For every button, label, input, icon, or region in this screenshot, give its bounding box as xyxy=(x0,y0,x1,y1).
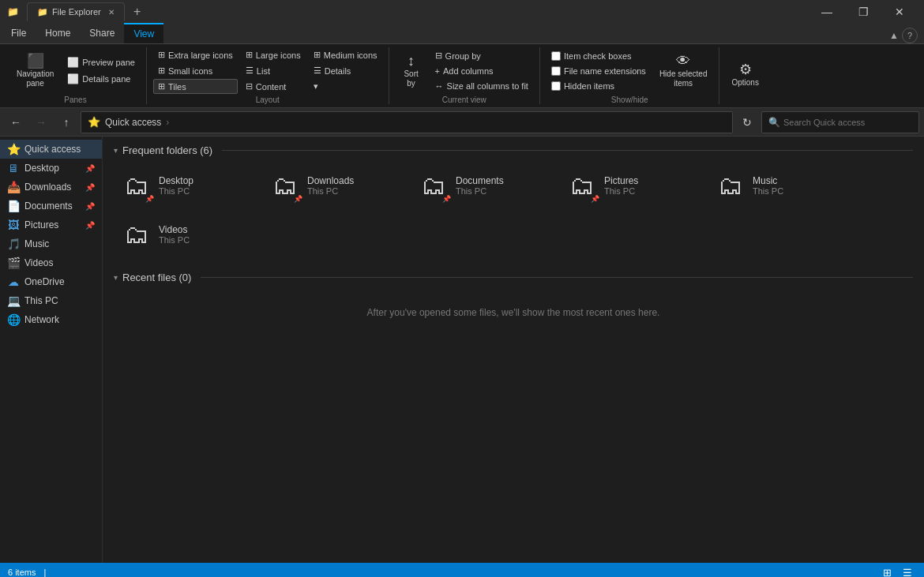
size-all-label: Size all columns to fit xyxy=(447,81,528,91)
refresh-button[interactable]: ↻ xyxy=(736,111,758,133)
list-icon: ☰ xyxy=(246,66,254,76)
small-icons-button[interactable]: ⊞ Small icons xyxy=(153,63,238,78)
folder-item-pictures[interactable]: 🗂 📌 Pictures This PC xyxy=(559,164,701,207)
title-bar: 📁 📁 File Explorer ✕ + — ❐ ✕ xyxy=(0,0,924,24)
sidebar-item-onedrive[interactable]: ☁ OneDrive xyxy=(0,272,102,291)
tab-file[interactable]: File xyxy=(2,23,36,43)
folder-item-documents[interactable]: 🗂 📌 Documents This PC xyxy=(411,164,553,207)
back-button[interactable]: ← xyxy=(5,111,27,133)
music-folder-sub: This PC xyxy=(753,186,783,196)
extra-large-icons-button[interactable]: ⊞ Extra large icons xyxy=(153,47,238,62)
tab-view[interactable]: View xyxy=(124,23,163,43)
search-input[interactable] xyxy=(783,118,912,127)
forward-button[interactable]: → xyxy=(30,111,52,133)
hidden-items-item[interactable]: Hidden items xyxy=(547,79,651,93)
hide-selected-icon: 👁 xyxy=(676,54,690,68)
add-columns-icon: + xyxy=(435,66,440,76)
group-by-button[interactable]: ⊟ Group by xyxy=(430,48,533,63)
preview-pane-button[interactable]: ⬜ Preview pane xyxy=(62,54,140,70)
medium-icons-button[interactable]: ⊞ Medium icons xyxy=(309,47,382,62)
tab-close-icon[interactable]: ✕ xyxy=(108,8,115,17)
tiles-button[interactable]: ⊞ Tiles xyxy=(153,79,238,94)
sidebar-item-downloads[interactable]: 📥 Downloads 📌 xyxy=(0,178,102,197)
frequent-toggle-icon[interactable]: ▾ xyxy=(114,146,118,155)
search-box[interactable]: 🔍 xyxy=(761,111,919,133)
sidebar-item-music[interactable]: 🎵 Music xyxy=(0,234,102,253)
hide-selected-button[interactable]: 👁 Hide selecteditems xyxy=(654,51,713,92)
tab-home[interactable]: Home xyxy=(36,23,80,43)
content-area: ▾ Frequent folders (6) 🗂 📌 Desktop This … xyxy=(103,137,924,563)
options-button[interactable]: ⚙ Options xyxy=(726,54,764,96)
details-button[interactable]: ☰ Details xyxy=(309,63,382,78)
item-check-boxes-checkbox[interactable] xyxy=(551,51,561,61)
navigation-pane-button[interactable]: ⬛ Navigationpane xyxy=(11,51,59,92)
recent-section-title: Recent files (0) xyxy=(122,272,191,283)
sidebar-item-this-pc[interactable]: 💻 This PC xyxy=(0,291,102,310)
nav-pane-label: Navigationpane xyxy=(17,69,54,88)
downloads-icon: 📥 xyxy=(7,181,20,193)
item-check-boxes-label: Item check boxes xyxy=(564,51,632,61)
videos-folder-sub: This PC xyxy=(159,235,190,245)
show-hide-content: Item check boxes File name extensions Hi… xyxy=(547,47,713,94)
layout-col-1: ⊞ Extra large icons ⊞ Small icons ⊞ Tile… xyxy=(153,47,238,94)
sidebar-item-videos[interactable]: 🎬 Videos xyxy=(0,253,102,272)
status-separator: | xyxy=(43,568,46,577)
list-view-button[interactable]: ☰ xyxy=(899,564,916,577)
options-group: ⚙ Options xyxy=(719,47,770,104)
grid-view-button[interactable]: ⊞ xyxy=(878,564,896,577)
close-button[interactable]: ✕ xyxy=(881,0,918,24)
add-columns-button[interactable]: + Add columns xyxy=(430,64,533,78)
documents-folder-name: Documents xyxy=(456,175,504,186)
details-pane-button[interactable]: ⬜ Details pane xyxy=(62,71,140,87)
details-pane-label: Details pane xyxy=(82,74,130,84)
sidebar-item-quick-access[interactable]: ⭐ Quick access xyxy=(0,140,102,159)
content-button[interactable]: ⊟ Content xyxy=(241,79,306,94)
path-segment-quick-access[interactable]: Quick access xyxy=(103,117,163,128)
sidebar-item-quick-access-label: Quick access xyxy=(24,144,81,155)
tab-share[interactable]: Share xyxy=(80,23,124,43)
file-name-ext-item[interactable]: File name extensions xyxy=(547,64,651,78)
sidebar-item-desktop[interactable]: 🖥 Desktop 📌 xyxy=(0,159,102,178)
recent-toggle-icon[interactable]: ▾ xyxy=(114,273,118,282)
sidebar-item-network[interactable]: 🌐 Network xyxy=(0,310,102,329)
sidebar-item-downloads-label: Downloads xyxy=(24,182,71,193)
details-pane-icon: ⬜ xyxy=(67,73,79,84)
recent-divider xyxy=(201,277,913,278)
show-hide-col: Item check boxes File name extensions Hi… xyxy=(547,49,651,93)
hidden-items-checkbox[interactable] xyxy=(551,81,561,91)
sidebar-item-pictures[interactable]: 🖼 Pictures 📌 xyxy=(0,215,102,234)
pictures-icon: 🖼 xyxy=(7,219,20,231)
folder-item-downloads[interactable]: 🗂 📌 Downloads This PC xyxy=(262,164,404,207)
up-button[interactable]: ↑ xyxy=(55,111,77,133)
item-check-boxes-item[interactable]: Item check boxes xyxy=(547,49,651,63)
folder-item-desktop[interactable]: 🗂 📌 Desktop This PC xyxy=(114,164,256,207)
file-name-ext-checkbox[interactable] xyxy=(551,66,561,76)
size-all-button[interactable]: ↔ Size all columns to fit xyxy=(430,79,533,93)
sidebar-item-documents[interactable]: 📄 Documents 📌 xyxy=(0,197,102,215)
address-bar[interactable]: ⭐ Quick access › xyxy=(81,111,733,133)
list-button[interactable]: ☰ List xyxy=(241,63,306,78)
folder-item-music[interactable]: 🗂 Music This PC xyxy=(708,164,850,207)
sort-by-icon: ↕ xyxy=(408,54,415,68)
ribbon: ⬛ Navigationpane ⬜ Preview pane ⬜ Detail… xyxy=(0,44,924,108)
restore-button[interactable]: ❐ xyxy=(845,0,881,24)
folder-item-videos[interactable]: 🗂 Videos This PC xyxy=(114,213,256,256)
desktop-folder-icon-wrap: 🗂 📌 xyxy=(121,170,152,201)
large-icons-button[interactable]: ⊞ Large icons xyxy=(241,47,306,62)
recent-empty-message: After you've opened some files, we'll sh… xyxy=(114,299,913,326)
sort-by-button[interactable]: ↕ Sortby xyxy=(396,51,427,92)
documents-folder-pin: 📌 xyxy=(442,195,451,203)
extra-large-icon: ⊞ xyxy=(158,50,165,60)
small-icon: ⊞ xyxy=(158,66,165,76)
frequent-divider xyxy=(222,150,913,151)
collapse-ribbon-icon[interactable]: ▲ xyxy=(889,30,899,41)
content-label: Content xyxy=(256,82,287,92)
title-tab[interactable]: 📁 File Explorer ✕ xyxy=(27,2,125,21)
new-tab-button[interactable]: + xyxy=(126,2,148,21)
help-button[interactable]: ? xyxy=(902,28,918,43)
layout-dropdown-button[interactable]: ▾ xyxy=(309,79,382,94)
documents-folder-icon-wrap: 🗂 📌 xyxy=(418,170,449,201)
desktop-pin-icon: 📌 xyxy=(85,164,95,173)
minimize-button[interactable]: — xyxy=(809,0,845,24)
videos-folder-icon-wrap: 🗂 xyxy=(121,219,152,250)
